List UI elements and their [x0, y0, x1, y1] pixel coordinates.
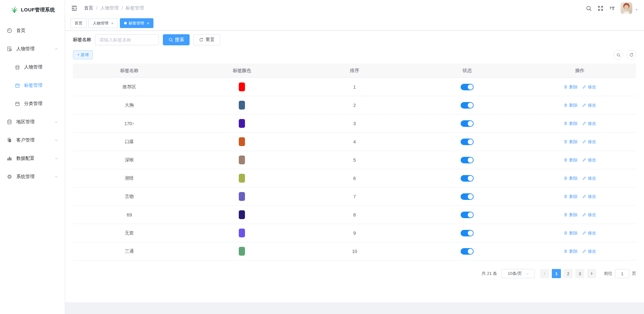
table-toolbar: + 新增 — [73, 50, 636, 60]
status-toggle[interactable] — [461, 175, 474, 182]
breadcrumb-person[interactable]: 人物管理 — [100, 5, 119, 11]
refresh-table-button[interactable] — [626, 50, 636, 60]
delete-button[interactable]: 删除 — [564, 230, 578, 236]
status-toggle[interactable] — [461, 193, 474, 200]
edit-pen-icon — [582, 103, 586, 107]
edit-button[interactable]: 修改 — [582, 175, 596, 181]
search-icon[interactable] — [585, 5, 592, 11]
tag-status-cell — [411, 187, 523, 205]
tag-status-cell — [411, 96, 523, 114]
pagination: 共 21 条 10条/页 1 2 3 — [73, 269, 636, 278]
coin-stack-icon — [7, 119, 12, 125]
sidebar-item-home[interactable]: 首页 — [0, 22, 65, 40]
next-page-button[interactable] — [587, 269, 596, 278]
add-button-label: 新增 — [81, 52, 89, 58]
table-row: 推荐区 1 删除 修改 — [73, 78, 636, 96]
edit-pen-icon — [582, 249, 586, 253]
delete-button[interactable]: 删除 — [564, 139, 578, 145]
show-search-button[interactable] — [613, 50, 623, 60]
status-toggle[interactable] — [461, 102, 474, 109]
tag-name-cell: 大胸 — [73, 96, 186, 114]
close-icon[interactable]: × — [147, 21, 150, 26]
sidebar-item-region[interactable]: 地区管理 — [0, 113, 65, 131]
tab-tag-management[interactable]: 标签管理 × — [120, 18, 154, 28]
edit-button[interactable]: 修改 — [582, 102, 596, 108]
sidebar-item-person-group[interactable]: 人物管理 — [0, 40, 65, 58]
chevron-left-icon — [543, 272, 547, 276]
delete-button[interactable]: 删除 — [564, 194, 578, 200]
sidebar-collapse-button[interactable] — [70, 4, 78, 12]
sidebar-item-data-config[interactable]: 数据配置 — [0, 149, 65, 168]
delete-button[interactable]: 删除 — [564, 157, 578, 163]
toggle-knob — [468, 249, 473, 254]
tag-name-input[interactable] — [95, 34, 159, 45]
tags-table: 标签名称 标签颜色 排序 状态 操作 推荐区 1 删除 — [73, 64, 636, 261]
tab-label: 标签管理 — [129, 21, 144, 26]
edit-button[interactable]: 修改 — [582, 157, 596, 163]
fold-icon — [71, 5, 78, 11]
delete-button[interactable]: 删除 — [564, 248, 578, 254]
sidebar-item-tag-sub[interactable]: 标签管理 — [0, 76, 65, 95]
close-icon[interactable]: × — [111, 21, 114, 26]
status-toggle[interactable] — [461, 157, 474, 163]
histogram-icon — [7, 156, 12, 161]
breadcrumb-home[interactable]: 首页 — [84, 5, 93, 11]
goto-page-input[interactable] — [615, 269, 629, 278]
delete-button[interactable]: 删除 — [564, 212, 578, 218]
user-avatar[interactable] — [621, 2, 632, 14]
delete-button[interactable]: 删除 — [564, 121, 578, 127]
toggle-knob — [468, 103, 473, 108]
tag-sort-cell: 7 — [298, 187, 411, 205]
add-button[interactable]: + 新增 — [73, 50, 93, 59]
sidebar-item-customer[interactable]: 客户管理 — [0, 131, 65, 149]
sidebar-item-person-sub[interactable]: 人物管理 — [0, 58, 65, 76]
gear-icon: ⚙ — [7, 174, 12, 180]
page-content: 标签名称 搜索 重置 + 新增 — [65, 30, 644, 302]
status-toggle[interactable] — [461, 84, 474, 90]
delete-button[interactable]: 删除 — [564, 175, 578, 181]
font-size-icon[interactable]: TT — [609, 5, 615, 11]
prev-page-button[interactable] — [540, 269, 549, 278]
header-actions: 操作 — [523, 64, 636, 78]
edit-button[interactable]: 修改 — [582, 212, 596, 218]
edit-label: 修改 — [588, 248, 596, 254]
caret-down-icon[interactable] — [635, 8, 638, 11]
tag-color-cell — [186, 151, 298, 169]
fullscreen-icon[interactable] — [597, 5, 604, 11]
copy-document-icon — [7, 137, 12, 143]
delete-button[interactable]: 删除 — [564, 102, 578, 108]
tag-name-cell: 潮喷 — [73, 169, 186, 187]
goto-suffix: 页 — [632, 271, 636, 277]
tag-color-cell — [186, 224, 298, 242]
edit-button[interactable]: 修改 — [582, 139, 596, 145]
tag-color-swatch — [239, 137, 245, 146]
reset-button[interactable]: 重置 — [193, 34, 220, 45]
edit-label: 修改 — [588, 157, 596, 163]
status-toggle[interactable] — [461, 230, 474, 236]
app-logo: LOUF管理系统 — [0, 0, 65, 20]
search-button[interactable]: 搜索 — [163, 34, 190, 45]
edit-button[interactable]: 修改 — [582, 230, 596, 236]
edit-label: 修改 — [588, 175, 596, 181]
delete-button[interactable]: 删除 — [564, 84, 578, 90]
tag-name-cell: 170↑ — [73, 114, 186, 132]
status-toggle[interactable] — [461, 139, 474, 145]
status-toggle[interactable] — [461, 120, 474, 127]
sidebar-item-system[interactable]: ⚙ 系统管理 — [0, 168, 65, 186]
status-toggle[interactable] — [461, 248, 474, 255]
tab-home[interactable]: 首页 — [70, 18, 87, 28]
page-button-3[interactable]: 3 — [575, 269, 584, 278]
edit-button[interactable]: 修改 — [582, 121, 596, 127]
edit-button[interactable]: 修改 — [582, 194, 596, 200]
status-toggle[interactable] — [461, 212, 474, 218]
tab-person-management[interactable]: 人物管理 × — [89, 18, 118, 28]
page-button-2[interactable]: 2 — [564, 269, 573, 278]
tag-color-cell — [186, 96, 298, 114]
app-title: LOUF管理系统 — [21, 7, 55, 13]
page-size-select[interactable]: 10条/页 — [502, 269, 535, 278]
edit-button[interactable]: 修改 — [582, 248, 596, 254]
edit-button[interactable]: 修改 — [582, 84, 596, 90]
sidebar-item-category-sub[interactable]: 分类管理 — [0, 95, 65, 113]
edit-pen-icon — [582, 176, 586, 180]
page-button-1[interactable]: 1 — [552, 269, 561, 278]
